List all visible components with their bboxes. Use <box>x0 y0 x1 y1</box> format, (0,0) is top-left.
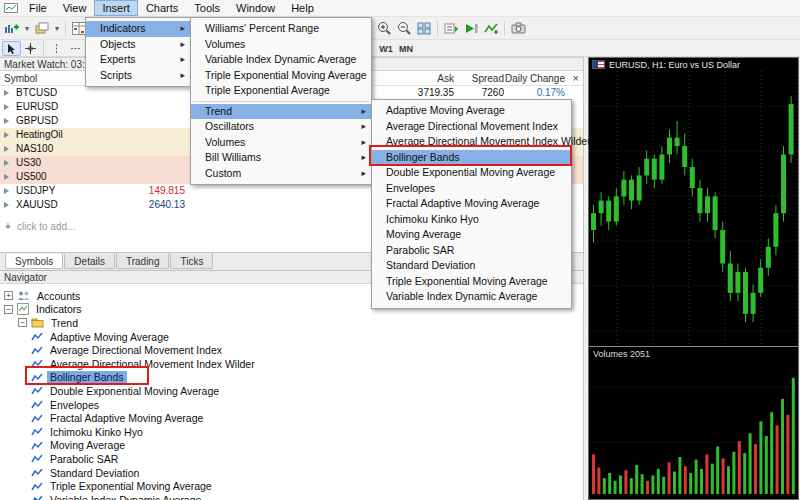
metatrader-window: File View Insert Charts Tools Window Hel… <box>0 0 800 500</box>
indicator-line-icon <box>31 494 43 500</box>
chart-window[interactable]: EURUSD, H1: Euro vs US Dollar Volumes 20… <box>588 57 799 500</box>
column-symbol[interactable]: Symbol <box>4 71 37 86</box>
zoom-out-icon[interactable] <box>394 19 414 38</box>
ask-value: 3719.35 <box>418 86 454 100</box>
new-chart-button[interactable] <box>2 19 22 38</box>
menu-tools[interactable]: Tools <box>186 0 228 16</box>
tile-windows-icon[interactable] <box>414 19 434 38</box>
menu-item-variable-index-dynamic-average-2[interactable]: Variable Index Dynamic Average <box>372 289 571 305</box>
menu-item-williams-percent-range[interactable]: Williams' Percent Range <box>191 21 371 37</box>
menu-item-adaptive-moving-average[interactable]: Adaptive Moving Average <box>372 103 571 119</box>
nav-indicator-item[interactable]: Standard Deviation <box>0 466 583 480</box>
expand-icon[interactable]: + <box>4 291 13 300</box>
menu-charts[interactable]: Charts <box>138 0 186 16</box>
indicator-line-icon <box>31 481 43 492</box>
submenu-arrow-icon: ▸ <box>180 68 185 84</box>
indicator-line-icon <box>31 413 43 424</box>
tab-details[interactable]: Details <box>64 253 115 269</box>
menu-item-fractal-adaptive-moving-average[interactable]: Fractal Adaptive Moving Average <box>372 196 571 212</box>
menu-view[interactable]: View <box>55 0 95 16</box>
new-chart-dropdown[interactable]: ▾ <box>22 24 32 33</box>
volume-pane[interactable]: Volumes 2051 <box>589 347 798 499</box>
nav-indicator-item[interactable]: Parabolic SAR <box>0 452 583 466</box>
horizontal-line-button[interactable] <box>66 41 85 56</box>
menu-item-variable-index-dynamic-average[interactable]: Variable Index Dynamic Average <box>191 52 371 68</box>
annotation-box-bollinger-navigator <box>25 366 149 385</box>
menu-item-indicators[interactable]: Indicators▸ <box>86 21 190 37</box>
timeframe-mn-button[interactable]: MN <box>396 42 416 56</box>
crosshair-button[interactable] <box>21 41 40 56</box>
nav-indicator-item[interactable]: Fractal Adaptive Moving Average <box>0 411 583 425</box>
timeframe-w1-button[interactable]: W1 <box>376 42 396 56</box>
menu-file[interactable]: File <box>21 0 55 16</box>
menu-help[interactable]: Help <box>283 0 322 16</box>
menu-item-bill-williams[interactable]: Bill Williams▸ <box>191 150 371 166</box>
symbol-arrow-icon <box>4 202 9 208</box>
nav-item-trend-folder[interactable]: − Trend <box>14 316 583 330</box>
menu-item-volumes[interactable]: Volumes <box>191 37 371 53</box>
collapse-icon[interactable]: − <box>18 318 27 327</box>
algo-trading-icon[interactable] <box>461 19 481 38</box>
profiles-dropdown[interactable]: ▾ <box>52 24 62 33</box>
nav-indicator-item[interactable]: Variable Index Dynamic Average <box>0 493 583 500</box>
tab-ticks[interactable]: Ticks <box>170 253 213 269</box>
nav-leaf-label: Standard Deviation <box>47 467 142 479</box>
zoom-in-icon[interactable] <box>374 19 394 38</box>
bid-value: 2640.13 <box>149 198 185 212</box>
nav-leaf-label: Double Exponential Moving Average <box>47 385 222 397</box>
symbol-arrow-icon <box>4 132 9 138</box>
nav-indicator-item[interactable]: Envelopes <box>0 398 583 412</box>
column-spread[interactable]: Spread <box>472 71 504 86</box>
menu-item-ichimoku-kinko-hyo[interactable]: Ichimoku Kinko Hyo <box>372 212 571 228</box>
nav-indicator-item[interactable]: Ichimoku Kinko Hyo <box>0 425 583 439</box>
submenu-arrow-icon: ▸ <box>361 135 366 151</box>
nav-indicator-item[interactable]: Adaptive Moving Average <box>0 330 583 344</box>
tab-trading[interactable]: Trading <box>116 253 170 269</box>
symbol-label: XAUUSD <box>16 198 58 212</box>
menu-item-parabolic-sar[interactable]: Parabolic SAR <box>372 243 571 259</box>
menu-item-average-directional-movement-index[interactable]: Average Directional Movement Index <box>372 119 571 135</box>
profiles-button[interactable] <box>32 19 52 38</box>
nav-label-accounts: Accounts <box>34 290 83 302</box>
submenu-arrow-icon: ▸ <box>361 150 366 166</box>
menu-item-scripts[interactable]: Scripts▸ <box>86 68 190 84</box>
menu-item-objects[interactable]: Objects▸ <box>86 37 190 53</box>
volume-indicator-label: Volumes 2051 <box>593 349 650 359</box>
menu-item-trend[interactable]: Trend▸ <box>191 104 371 120</box>
menu-item-triple-exponential-average[interactable]: Triple Exponential Average <box>191 83 371 99</box>
column-daily-change[interactable]: Daily Change <box>505 71 565 86</box>
add-plus-icon: + <box>5 220 11 234</box>
symbol-label: GBPUSD <box>16 114 58 128</box>
menu-item-double-exponential-moving-average[interactable]: Double Exponential Moving Average <box>372 165 571 181</box>
nav-indicator-item[interactable]: Moving Average <box>0 439 583 453</box>
close-icon[interactable]: × <box>573 71 579 85</box>
collapse-icon[interactable]: − <box>4 305 13 314</box>
submenu-arrow-icon: ▸ <box>180 21 185 37</box>
candlestick-chart[interactable] <box>589 71 798 346</box>
indicator-line-icon <box>31 331 43 342</box>
menu-insert[interactable]: Insert <box>94 0 138 16</box>
menu-item-oscillators[interactable]: Oscillators▸ <box>191 119 371 135</box>
nav-indicator-item[interactable]: Triple Exponential Moving Average <box>0 479 583 493</box>
new-order-icon[interactable] <box>441 19 461 38</box>
nav-indicator-item[interactable]: Average Directional Movement Index <box>0 343 583 357</box>
symbol-label: EURUSD <box>16 100 58 114</box>
menu-item-experts[interactable]: Experts▸ <box>86 52 190 68</box>
camera-icon[interactable] <box>508 19 528 38</box>
toolbar-separator <box>504 21 505 36</box>
cursor-button[interactable] <box>2 41 21 56</box>
menu-window[interactable]: Window <box>228 0 283 16</box>
menu-item-volumes-category[interactable]: Volumes▸ <box>191 135 371 151</box>
menu-item-envelopes[interactable]: Envelopes <box>372 181 571 197</box>
menu-item-triple-exponential-moving-average-2[interactable]: Triple Exponential Moving Average <box>372 274 571 290</box>
vertical-line-button[interactable] <box>47 41 66 56</box>
menu-item-standard-deviation[interactable]: Standard Deviation <box>372 258 571 274</box>
menu-item-triple-exponential-moving-average[interactable]: Triple Exponential Moving Average <box>191 68 371 84</box>
submenu-arrow-icon: ▸ <box>180 52 185 68</box>
menu-item-moving-average[interactable]: Moving Average <box>372 227 571 243</box>
menu-item-custom[interactable]: Custom▸ <box>191 166 371 182</box>
column-ask[interactable]: Ask <box>437 71 454 86</box>
nav-indicator-item[interactable]: Double Exponential Moving Average <box>0 384 583 398</box>
indicators-icon[interactable] <box>481 19 501 38</box>
tab-symbols[interactable]: Symbols <box>5 253 63 269</box>
